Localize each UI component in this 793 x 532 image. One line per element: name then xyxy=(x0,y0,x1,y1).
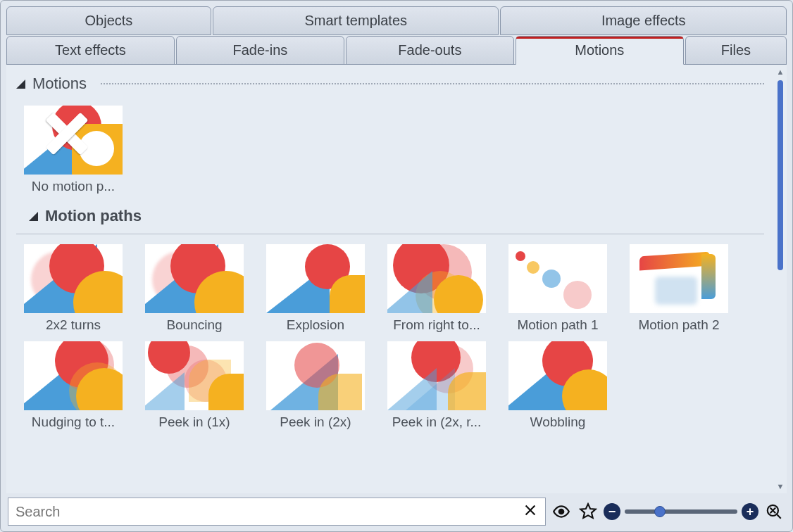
item-label: Motion path 1 xyxy=(517,317,598,333)
section-motion-paths-header[interactable]: Motion paths xyxy=(29,204,764,228)
item-motion-path[interactable]: Bouncing xyxy=(139,244,250,333)
svg-point-0 xyxy=(559,509,564,514)
search-input[interactable] xyxy=(15,504,518,520)
zoom-reset-icon[interactable] xyxy=(763,500,785,523)
scroll-down-icon[interactable]: ▼ xyxy=(777,481,785,492)
tab-text-effects[interactable]: Text effects xyxy=(6,36,175,65)
thumbnail xyxy=(24,341,123,410)
item-label: Bouncing xyxy=(166,317,222,333)
zoom-slider: − + xyxy=(604,503,758,520)
item-no-motion[interactable]: No motion p... xyxy=(18,106,129,194)
favorite-icon[interactable] xyxy=(577,500,599,523)
preview-icon[interactable] xyxy=(550,500,573,523)
item-motion-path[interactable]: Nudging to t... xyxy=(18,341,129,430)
item-motion-path[interactable]: Wobbling xyxy=(502,341,613,430)
thumbnail xyxy=(266,244,365,313)
item-label: Peek in (2x, r... xyxy=(392,414,482,430)
zoom-out-button[interactable]: − xyxy=(604,503,620,520)
tab-files[interactable]: Files xyxy=(685,36,787,65)
tabs-area: Objects Smart templates Image effects Te… xyxy=(1,1,792,64)
thumbnail xyxy=(387,244,486,313)
scrollbar[interactable]: ▲ ▼ xyxy=(774,65,787,493)
scroll-up-icon[interactable]: ▲ xyxy=(777,66,785,77)
motion-paths-grid: 2x2 turnsBouncingExplosionFrom right to.… xyxy=(16,234,764,440)
item-motion-path[interactable]: Peek in (2x) xyxy=(260,341,371,430)
item-label: Wobbling xyxy=(530,414,586,430)
section-motions-header[interactable]: Motions xyxy=(16,72,764,96)
search-box[interactable] xyxy=(8,498,546,526)
item-label: Motion path 2 xyxy=(638,317,719,333)
item-label: Peek in (2x) xyxy=(280,414,351,430)
thumbnail xyxy=(266,341,365,410)
thumbnail xyxy=(630,244,728,313)
thumbnail xyxy=(387,341,486,410)
tab-row-1: Objects Smart templates Image effects xyxy=(6,6,787,35)
section-divider xyxy=(101,83,764,84)
effects-panel: Objects Smart templates Image effects Te… xyxy=(0,0,793,532)
clear-search-icon[interactable] xyxy=(518,501,542,523)
tab-image-effects[interactable]: Image effects xyxy=(500,6,787,35)
thumbnail xyxy=(24,244,123,313)
zoom-in-button[interactable]: + xyxy=(742,503,758,520)
thumbnail xyxy=(24,106,123,175)
scroll-thumb[interactable] xyxy=(778,80,783,270)
section-title: Motions xyxy=(32,75,87,93)
item-motion-path[interactable]: 2x2 turns xyxy=(18,244,129,333)
slider-thumb[interactable] xyxy=(654,506,666,517)
thumbnail xyxy=(508,341,607,410)
item-label: Explosion xyxy=(287,317,344,333)
item-label: No motion p... xyxy=(32,179,115,194)
tab-row-2: Text effects Fade-ins Fade-outs Motions … xyxy=(6,36,787,65)
slider-track[interactable] xyxy=(625,509,737,514)
bottom-toolbar: − + xyxy=(1,493,792,531)
tab-motions[interactable]: Motions xyxy=(516,36,684,65)
item-motion-path[interactable]: Motion path 1 xyxy=(502,244,613,333)
item-motion-path[interactable]: Peek in (2x, r... xyxy=(381,341,492,430)
item-label: Peek in (1x) xyxy=(158,414,230,430)
section-title: Motion paths xyxy=(45,207,142,225)
tab-fade-ins[interactable]: Fade-ins xyxy=(176,36,344,65)
item-label: From right to... xyxy=(393,317,480,333)
collapse-icon xyxy=(16,80,25,89)
thumbnail xyxy=(508,244,607,313)
item-motion-path[interactable]: From right to... xyxy=(381,244,492,333)
item-motion-path[interactable]: Explosion xyxy=(260,244,371,333)
collapse-icon xyxy=(29,212,38,221)
tab-smart-templates[interactable]: Smart templates xyxy=(213,6,499,35)
tab-objects[interactable]: Objects xyxy=(6,6,211,35)
item-label: Nudging to t... xyxy=(32,414,115,430)
thumbnail xyxy=(145,244,244,313)
item-motion-path[interactable]: Motion path 2 xyxy=(623,244,735,333)
tab-fade-outs[interactable]: Fade-outs xyxy=(346,36,514,65)
item-motion-path[interactable]: Peek in (1x) xyxy=(139,341,250,430)
thumbnail xyxy=(145,341,244,410)
item-label: 2x2 turns xyxy=(46,317,101,333)
content-area: Motions No motion p... Motion paths xyxy=(6,65,774,493)
